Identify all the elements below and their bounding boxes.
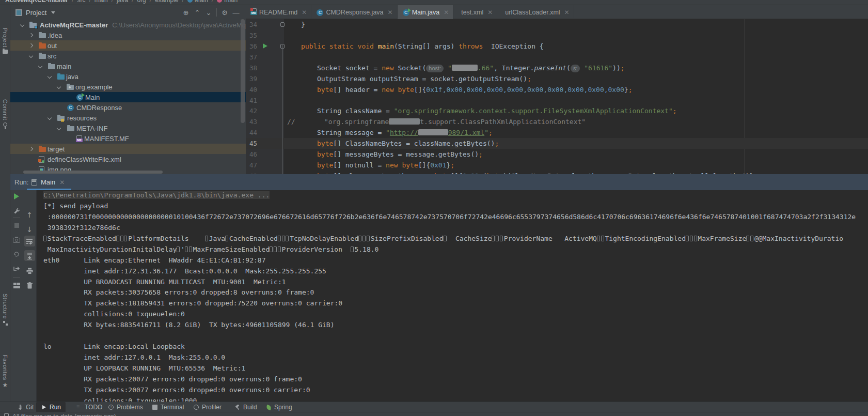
scroll-down-icon[interactable]: ↓ xyxy=(25,225,34,234)
stripe-button-commit[interactable]: Commit xyxy=(0,99,10,129)
stop-icon[interactable] xyxy=(12,221,21,229)
toolbar-button-git[interactable]: Git xyxy=(12,402,38,412)
delete-icon[interactable] xyxy=(25,281,34,289)
tree-item-main[interactable]: CMain xyxy=(10,92,246,102)
close-icon[interactable]: ✕ xyxy=(444,9,449,16)
chevron-right-icon[interactable] xyxy=(29,30,33,40)
expand-icon[interactable]: ⌄ xyxy=(203,9,214,17)
close-icon[interactable]: ✕ xyxy=(302,9,307,16)
layout-icon[interactable] xyxy=(12,281,21,289)
folder-blue-icon xyxy=(57,71,65,82)
scroll-to-end-icon[interactable] xyxy=(25,252,34,260)
toolbar-button-build[interactable]: Build xyxy=(230,402,262,412)
tree-item-meta-inf[interactable]: META-INF xyxy=(10,123,246,133)
breadcrumb-item[interactable]: org xyxy=(137,0,146,4)
toolbar-button-problems[interactable]: !Problems xyxy=(103,402,148,412)
tree-item-org-example[interactable]: org.example xyxy=(10,82,246,92)
restart-debug-icon[interactable] xyxy=(12,250,21,258)
tree-item-cmdresponse[interactable]: CCMDResponse xyxy=(10,102,246,113)
tree-item-defineclasswritefile-xml[interactable]: defineClassWriteFile.xml xyxy=(10,154,246,164)
breadcrumb-item[interactable]: src xyxy=(77,0,85,4)
tree-item-src[interactable]: src xyxy=(10,51,246,61)
breadcrumb-item[interactable]: Main xyxy=(195,0,208,4)
run-tab-main[interactable]: Main ✕ xyxy=(31,174,65,190)
run-tab-close-icon[interactable]: ✕ xyxy=(59,179,65,186)
chevron-down-icon[interactable] xyxy=(57,123,60,133)
console-line: RX bytes:8835416711 (8.2 GiB) TX bytes:4… xyxy=(37,320,868,331)
terminal-icon xyxy=(152,404,158,410)
close-icon[interactable]: ✕ xyxy=(388,9,393,16)
breadcrumb-item[interactable]: main xyxy=(224,0,238,4)
soft-wrap-icon[interactable] xyxy=(25,237,34,245)
gear-icon[interactable]: ⚙ xyxy=(219,9,230,17)
tab-cmdresponse-java[interactable]: CCMDResponse.java✕ xyxy=(311,5,397,19)
rerun-icon[interactable] xyxy=(12,192,21,201)
package-icon xyxy=(67,82,74,92)
code-line-45: 45byte[] ClassNameBytes = className.getB… xyxy=(246,138,868,149)
settings-icon[interactable] xyxy=(12,207,21,215)
chevron-right-icon[interactable] xyxy=(29,144,33,154)
chevron-down-icon[interactable] xyxy=(48,71,51,82)
toolbar-button-spring[interactable]: Spring xyxy=(261,402,297,412)
tree-item-activemqrce-master[interactable]: ActiveMqRCE-masterC:\Users\Anonymous\Des… xyxy=(10,20,246,30)
close-icon[interactable]: ✕ xyxy=(564,9,570,16)
toolbar-button-terminal[interactable]: Terminal xyxy=(147,402,188,412)
chevron-down-icon[interactable] xyxy=(57,82,60,92)
line-number: 43 xyxy=(246,116,257,127)
tab-urlclassloader-xml[interactable]: urlClassLoader.xml✕ xyxy=(497,5,574,19)
breadcrumb-item[interactable]: ActiveMqRCE-master xyxy=(5,0,68,4)
line-number: 44 xyxy=(246,127,257,138)
error-icon: ! xyxy=(108,404,114,410)
tree-item-label: defineClassWriteFile.xml xyxy=(48,156,121,163)
close-icon[interactable]: ✕ xyxy=(487,9,493,16)
minimize-icon[interactable]: — xyxy=(230,9,242,17)
scroll-up-icon[interactable]: ↑ xyxy=(25,211,34,219)
exit-icon[interactable] xyxy=(12,264,21,272)
project-tool-button[interactable]: Project xyxy=(15,9,55,17)
locate-icon[interactable]: ⊕ xyxy=(180,9,192,17)
code-line-41: 41 xyxy=(246,95,868,106)
chevron-down-icon[interactable] xyxy=(48,113,51,123)
stripe-button-project[interactable]: Project xyxy=(0,28,10,56)
editor-tab-bar: MDREADME.md✕CCMDResponse.java✕CMain.java… xyxy=(246,5,868,19)
code-line-42: 42String className = "org.springframewor… xyxy=(246,105,868,116)
breadcrumb-item[interactable]: java xyxy=(117,0,128,4)
fold-marker[interactable] xyxy=(280,22,285,27)
console-output[interactable]: C:\Penetration\ProgramTools\Java\jdk1.8\… xyxy=(37,190,868,402)
toolbar-button-run[interactable]: Run xyxy=(36,402,66,412)
chevron-down-icon[interactable] xyxy=(21,20,24,30)
tree-item-main[interactable]: main xyxy=(10,61,246,71)
tree-item-out[interactable]: out xyxy=(10,40,246,51)
line-number: 48 xyxy=(246,171,257,174)
chevron-down-icon[interactable] xyxy=(39,61,42,71)
tab-main-java[interactable]: CMain.java✕ xyxy=(398,5,454,19)
stripe-button-favorites[interactable]: Favorites★ xyxy=(0,355,10,390)
play-icon xyxy=(41,404,47,410)
tab-readme-md[interactable]: MDREADME.md✕ xyxy=(246,5,311,19)
tree-item--idea[interactable]: .idea xyxy=(10,30,246,40)
file-type-icon: MD xyxy=(251,8,257,17)
tree-item-target[interactable]: target xyxy=(10,144,246,154)
tree-item-java[interactable]: java xyxy=(10,71,246,82)
screenshot-icon[interactable] xyxy=(12,236,21,244)
line-number: 45 xyxy=(246,138,257,149)
collapse-icon[interactable]: ⌃ xyxy=(192,9,203,17)
run-line-icon[interactable] xyxy=(263,43,267,49)
chevron-right-icon[interactable] xyxy=(29,40,33,51)
chevron-down-icon[interactable] xyxy=(29,51,33,61)
line-number: 39 xyxy=(246,73,257,84)
project-tree-horizontal-scrollbar[interactable] xyxy=(23,171,163,174)
print-icon[interactable] xyxy=(25,267,34,275)
breadcrumb-item[interactable]: example xyxy=(155,0,178,4)
tree-item-resources[interactable]: resources xyxy=(10,113,246,123)
breadcrumb-item[interactable]: main xyxy=(94,0,108,4)
code-line-36: 36public static void main(String[] args)… xyxy=(246,41,868,52)
tab-test-xml[interactable]: test.xml✕ xyxy=(453,5,497,19)
project-tree-vertical-scrollbar[interactable] xyxy=(241,19,245,123)
toolbar-button-profiler[interactable]: Profiler xyxy=(188,402,226,412)
toolbar-button-todo[interactable]: TODO xyxy=(71,402,107,412)
stripe-button-structure[interactable]: Structure xyxy=(0,294,10,328)
tree-item-manifest-mf[interactable]: MFMANIFEST.MF xyxy=(10,133,246,144)
code-editor[interactable]: 34}3536public static void main(String[] … xyxy=(246,19,868,174)
breadcrumb-separator: / xyxy=(72,0,73,4)
